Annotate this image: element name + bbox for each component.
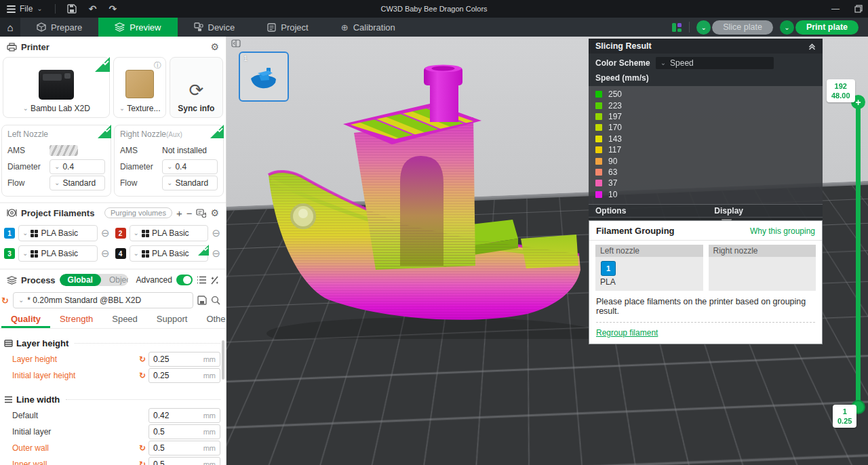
reset-icon[interactable]: ↻ <box>139 355 149 364</box>
setting-input[interactable]: 0.5 mm <box>149 441 220 456</box>
home-icon: ⌂ <box>7 22 13 33</box>
slice-dropdown-button[interactable]: ⌄ <box>696 20 711 35</box>
setting-row: Initial layer ↻ 0.5 mm <box>4 424 220 440</box>
add-filament-button[interactable]: + <box>176 208 182 218</box>
tab-support[interactable]: Support <box>147 314 197 328</box>
legend-value: 197 <box>608 112 622 121</box>
search-icon[interactable] <box>211 296 220 305</box>
printer-card[interactable]: ⌄Bambu Lab X2D <box>3 57 110 118</box>
left-diameter-select[interactable]: ⌄0.4 <box>50 159 105 174</box>
info-icon[interactable]: ⓘ <box>154 60 161 70</box>
tab-others[interactable]: Others <box>197 314 226 328</box>
setting-input[interactable]: 0.5 mm <box>149 457 220 465</box>
filament-select[interactable]: ⌄ PLA Basic <box>18 245 98 262</box>
slice-plate-button[interactable]: Slice plate <box>712 20 773 35</box>
minus-circle-icon[interactable]: ⊖ <box>212 247 220 260</box>
benchy-model[interactable] <box>260 54 599 339</box>
remove-filament-button[interactable]: − <box>186 208 193 218</box>
brand-logo-icon <box>142 230 149 237</box>
why-grouping-link[interactable]: Why this grouping <box>750 226 815 236</box>
section-title: Line width <box>16 395 60 405</box>
printer-image <box>39 70 74 100</box>
slicing-result-title: Slicing Result <box>595 41 652 51</box>
view-cube[interactable]: Front z x y <box>239 401 304 464</box>
tab-prepare[interactable]: Prepare <box>20 18 98 37</box>
left-flow-select[interactable]: ⌄Standard <box>50 176 105 190</box>
reset-icon[interactable]: ↻ <box>139 371 149 380</box>
collapse-panel-icon[interactable] <box>808 43 816 50</box>
regroup-filament-link[interactable]: Regroup filament <box>596 328 658 338</box>
restore-button[interactable] <box>854 5 863 13</box>
minus-circle-icon[interactable]: ⊖ <box>212 227 220 239</box>
advanced-toggle[interactable] <box>176 275 193 285</box>
layer-slider-track[interactable] <box>856 102 861 408</box>
tab-quality[interactable]: Quality <box>1 314 50 328</box>
filament-settings-gear-icon[interactable]: ⚙ <box>210 208 219 218</box>
right-diameter-select[interactable]: ⌄0.4 <box>162 159 218 174</box>
setting-input[interactable]: 0.5 mm <box>149 424 220 439</box>
setting-input[interactable]: 0.25 mm <box>149 368 220 383</box>
minus-circle-icon[interactable]: ⊖ <box>101 227 110 239</box>
preset-select[interactable]: ⌄ * 0.20mm Standard @BBL X2D <box>13 292 193 308</box>
reset-icon[interactable]: ↻ <box>139 443 149 453</box>
layer-stack-icon[interactable] <box>850 446 864 458</box>
home-button[interactable]: ⌂ <box>0 18 20 37</box>
setting-input[interactable]: 0.25 mm <box>149 352 220 367</box>
setting-value: 0.25 <box>153 355 203 364</box>
redo-icon[interactable]: ↷ <box>102 4 123 14</box>
line-width-section: Line width <box>4 395 220 405</box>
tab-strength[interactable]: Strength <box>50 314 102 328</box>
legend-swatch <box>595 91 602 98</box>
color-scheme-select[interactable]: ⌄ Speed <box>656 57 774 69</box>
minimize-button[interactable]: — <box>831 4 840 14</box>
setting-label: Layer height <box>12 355 139 364</box>
purging-volumes-button[interactable]: Purging volumes <box>104 207 172 218</box>
printer-icon <box>7 43 17 52</box>
undo-icon[interactable]: ↶ <box>83 4 103 14</box>
printer-settings-gear-icon[interactable]: ⚙ <box>210 42 219 52</box>
print-dropdown-button[interactable]: ⌄ <box>780 20 794 35</box>
left-nozzle-group: Left nozzle 1 PLA <box>595 245 703 291</box>
focus-view-button[interactable] <box>305 439 328 462</box>
tab-speed[interactable]: Speed <box>102 314 147 328</box>
step-slider-handle[interactable] <box>572 446 585 458</box>
setting-value: 0.5 <box>153 427 203 437</box>
scope-objects[interactable]: Objects <box>101 274 128 286</box>
minus-circle-icon[interactable]: ⊖ <box>101 247 110 260</box>
tab-project[interactable]: Project <box>251 18 324 37</box>
build-plate-card[interactable]: ⓘ ⌄Texture... <box>113 57 165 118</box>
scope-global[interactable]: Global <box>60 274 101 286</box>
reset-icon[interactable]: ↻ <box>139 460 149 465</box>
reset-preset-icon[interactable]: ↻ <box>1 296 9 305</box>
legend-swatch <box>595 146 602 153</box>
speed-legend: 250 223 197 170 143 117 90 63 37 10 <box>589 86 823 204</box>
ams-sync-icon[interactable] <box>196 209 206 218</box>
collapse-thumbnails-icon[interactable] <box>231 39 241 47</box>
parameter-list-icon[interactable] <box>197 276 206 284</box>
selected-check-icon <box>198 245 209 256</box>
right-flow-select[interactable]: ⌄Standard <box>162 176 218 190</box>
legend-row: 63 <box>595 167 816 178</box>
plate-thumbnail[interactable]: 1 <box>239 52 289 102</box>
legend-value: 223 <box>608 101 622 110</box>
print-plate-button[interactable]: Print plate <box>795 20 859 35</box>
diameter-label: Diameter <box>7 162 50 171</box>
filament-select[interactable]: ⌄ PLA Basic <box>18 225 98 241</box>
arrange-plate-icon[interactable] <box>671 22 682 33</box>
filament-name: PLA Basic <box>41 249 78 258</box>
filament-select[interactable]: ⌄ PLA Basic <box>130 245 209 262</box>
ams-slots-icon[interactable] <box>50 145 78 156</box>
tab-preview[interactable]: Preview <box>98 18 177 37</box>
selected-check-icon <box>210 125 224 138</box>
save-icon[interactable] <box>61 4 83 14</box>
sync-info-button[interactable]: ⟳ Sync info <box>170 57 223 118</box>
save-preset-icon[interactable] <box>197 296 207 305</box>
tab-calibration[interactable]: ⊕ Calibration <box>325 18 412 37</box>
tab-device[interactable]: Device <box>178 18 252 37</box>
file-menu[interactable]: File ⌄ <box>0 4 50 14</box>
filament-select[interactable]: ⌄ PLA Basic <box>130 225 209 241</box>
sidebar-scrollbar[interactable] <box>222 340 224 380</box>
customize-icon[interactable] <box>210 276 219 285</box>
step-slider[interactable] <box>365 449 722 458</box>
setting-input[interactable]: 0.42 mm <box>149 408 220 423</box>
